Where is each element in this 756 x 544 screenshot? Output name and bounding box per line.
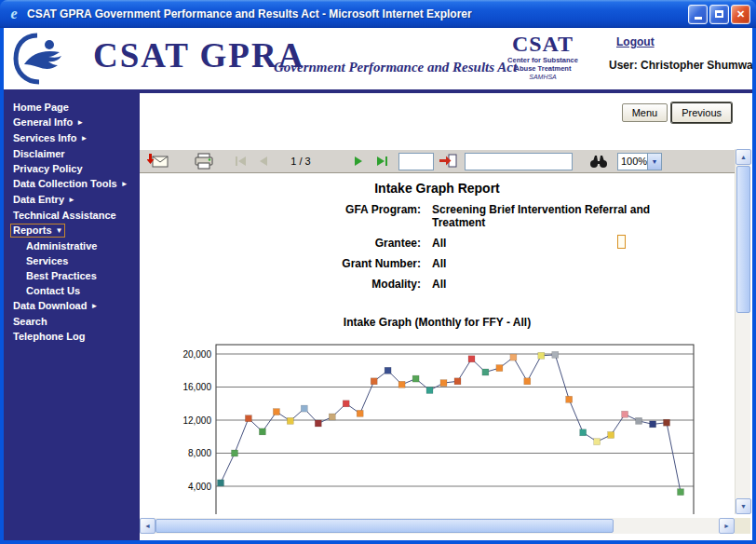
scroll-right-icon[interactable]: ► [719, 518, 735, 534]
minimize-button[interactable] [688, 5, 708, 24]
vertical-scrollbar[interactable]: ▲ ▼ [735, 149, 750, 514]
logout-link[interactable]: Logout [616, 35, 655, 48]
report-field-row: GFA Program:Screening Brief Intervention… [140, 203, 735, 229]
sidebar-item-general-info[interactable]: General Info► [4, 115, 140, 130]
ie-window: e CSAT GPRA Government Performance and R… [0, 0, 756, 544]
sidebar-item-services[interactable]: Services [4, 253, 140, 268]
goto-page-icon[interactable] [439, 154, 457, 169]
menu-button[interactable]: Menu [622, 103, 668, 122]
close-button[interactable]: ✕ [731, 5, 750, 24]
goto-page-input[interactable] [398, 153, 434, 170]
svg-text:20,000: 20,000 [182, 349, 211, 360]
app-header: CSAT GPRA Government Performance and Res… [4, 28, 752, 93]
scroll-down-icon[interactable]: ▼ [736, 498, 751, 514]
missing-glyph-box [617, 235, 626, 249]
chevron-right-icon: ► [121, 180, 128, 188]
scroll-up-icon[interactable]: ▲ [736, 149, 751, 165]
report-field-row: Grant Number:All [140, 257, 735, 270]
zoom-select[interactable]: 100% ▼ [617, 153, 662, 170]
sidebar-item-home-page[interactable]: Home Page [4, 100, 140, 115]
sidebar-item-label: Disclaimer [10, 147, 68, 160]
sidebar-item-telephone-log[interactable]: Telephone Log [4, 329, 140, 344]
chart-svg: 4,0008,00012,00016,00020,000 [168, 343, 698, 514]
sidebar-item-data-download[interactable]: Data Download► [4, 298, 140, 314]
report-field-row: Grantee:All [140, 237, 735, 250]
sidebar-item-best-practices[interactable]: Best Practices [4, 268, 140, 283]
first-page-button[interactable] [231, 152, 250, 170]
chevron-down-icon: ▼ [56, 226, 63, 235]
sidebar-item-administrative[interactable]: Administrative [4, 238, 140, 253]
sidebar-item-disclaimer[interactable]: Disclaimer [4, 146, 140, 161]
field-value: All [432, 237, 689, 250]
sidebar-item-technical-assistance[interactable]: Technical Assistance [4, 208, 140, 223]
vertical-scroll-thumb[interactable] [736, 166, 750, 313]
sidebar-item-reports[interactable]: Reports▼ [4, 223, 140, 238]
user-label: User: Christopher Shumway [609, 59, 752, 72]
sidebar-item-label: Reports▼ [10, 224, 65, 238]
report-toolbar: 1 / 3 [140, 149, 735, 173]
last-page-button[interactable] [372, 152, 391, 170]
svg-text:8,000: 8,000 [188, 448, 211, 458]
window-title: CSAT GPRA Government Performance and Res… [27, 7, 688, 20]
sidebar-item-label: Technical Assistance [10, 209, 119, 222]
export-icon[interactable] [147, 153, 169, 170]
sidebar-item-services-info[interactable]: Services Info► [4, 130, 140, 146]
next-page-button[interactable] [349, 152, 368, 170]
previous-page-button[interactable] [254, 152, 273, 170]
field-label: GFA Program: [140, 203, 421, 229]
report-title: Intake Graph Report [140, 181, 735, 196]
internet-explorer-icon: e [6, 6, 22, 22]
sidebar-item-label: Home Page [10, 101, 72, 114]
sidebar-item-label: Data Entry► [10, 193, 78, 207]
hhs-eagle-logo [9, 31, 65, 87]
maximize-button[interactable] [709, 5, 729, 24]
print-icon[interactable] [194, 153, 214, 170]
page-indicator: 1 / 3 [277, 156, 325, 167]
sidebar-item-label: Services Info► [10, 131, 90, 145]
svg-text:16,000: 16,000 [182, 382, 211, 392]
sidebar-item-label: Administrative [23, 239, 100, 252]
chart-title: Intake Graph (Monthly for FFY - All) [140, 316, 735, 329]
sidebar-nav: Home PageGeneral Info►Services Info►Disc… [4, 93, 140, 540]
sidebar-item-privacy-policy[interactable]: Privacy Policy [4, 161, 140, 176]
chevron-down-icon[interactable]: ▼ [647, 154, 661, 170]
csat-logo-line: Center for Substance [501, 56, 585, 64]
csat-logo-name: CSAT [501, 32, 585, 56]
window-body: CSAT GPRA Government Performance and Res… [4, 28, 752, 540]
field-value: All [432, 257, 689, 270]
zoom-value: 100% [618, 154, 647, 170]
brand-subtitle: Government Performance and Results Act [274, 60, 517, 75]
find-binoculars-icon[interactable] [589, 154, 608, 169]
sidebar-item-label: Telephone Log [10, 330, 88, 343]
sidebar-item-label: Search [10, 315, 50, 328]
top-actions: Menu Previous [622, 102, 732, 123]
sidebar-item-contact-us[interactable]: Contact Us [4, 283, 140, 298]
sidebar-item-search[interactable]: Search [4, 314, 140, 329]
previous-button[interactable]: Previous [671, 102, 732, 123]
chevron-right-icon: ► [90, 302, 98, 310]
horizontal-scrollbar[interactable]: ◄ ► [140, 518, 735, 534]
report-page: Intake Graph Report GFA Program:Screenin… [140, 173, 735, 514]
titlebar[interactable]: e CSAT GPRA Government Performance and R… [0, 0, 756, 28]
report-fields: GFA Program:Screening Brief Intervention… [140, 203, 735, 298]
sidebar-item-label: Data Collection Tools► [10, 177, 131, 191]
chevron-right-icon: ► [68, 196, 75, 204]
field-label: Grant Number: [140, 257, 421, 270]
scroll-left-icon[interactable]: ◄ [140, 518, 155, 534]
field-label: Modality: [140, 278, 421, 291]
sidebar-item-data-entry[interactable]: Data Entry► [4, 192, 140, 208]
chevron-right-icon: ► [80, 134, 88, 143]
search-text-input[interactable] [465, 153, 573, 170]
field-label: Grantee: [140, 237, 421, 250]
sidebar-item-label: Services [23, 254, 71, 267]
content-area: Menu Previous [140, 93, 752, 540]
sidebar-item-label: Contact Us [23, 284, 83, 297]
sidebar-item-label: General Info► [10, 116, 87, 129]
main-area: Home PageGeneral Info►Services Info►Disc… [4, 93, 752, 540]
horizontal-scroll-thumb[interactable] [155, 519, 614, 533]
field-value: Screening Brief Intervention Referral an… [432, 203, 689, 229]
sidebar-item-label: Data Download► [10, 299, 101, 313]
sidebar-item-data-collection-tools[interactable]: Data Collection Tools► [4, 176, 140, 192]
report-field-row: Modality:All [140, 278, 735, 291]
csat-logo-line: Abuse Treatment [501, 64, 585, 73]
